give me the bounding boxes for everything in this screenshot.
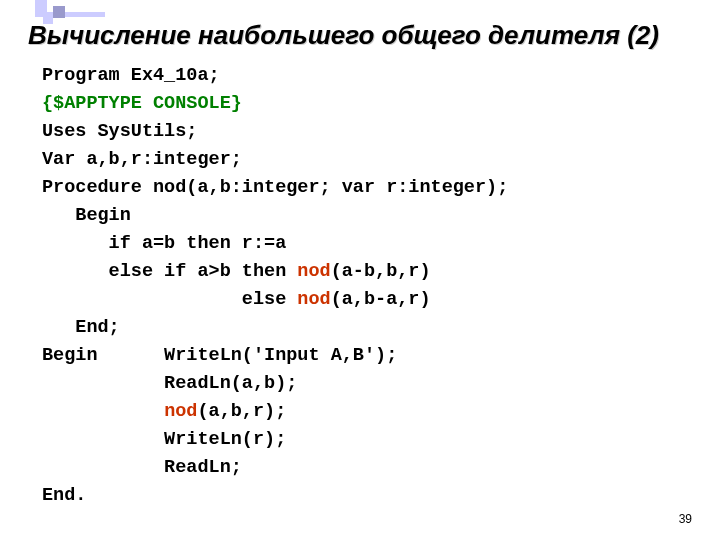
- page-number: 39: [679, 512, 692, 526]
- code-line: Begin WriteLn('Input A,B');: [42, 345, 397, 366]
- code-token: (a,b,r);: [197, 401, 286, 422]
- code-line: Program Ex4_10a;: [42, 65, 220, 86]
- code-block: Program Ex4_10a; {$APPTYPE CONSOLE} Uses…: [42, 62, 508, 510]
- code-line: Procedure nod(a,b:integer; var r:integer…: [42, 177, 508, 198]
- code-token-nod: nod: [297, 289, 330, 310]
- code-line: ReadLn(a,b);: [42, 373, 297, 394]
- code-line: ReadLn;: [42, 457, 242, 478]
- code-token-nod: nod: [164, 401, 197, 422]
- code-token-nod: nod: [297, 261, 330, 282]
- code-token: (a-b,b,r): [331, 261, 431, 282]
- code-token: (a,b-a,r): [331, 289, 431, 310]
- code-line: Begin: [42, 205, 131, 226]
- code-line: Var a,b,r:integer;: [42, 149, 242, 170]
- code-line: else if a>b then: [42, 261, 297, 282]
- code-line: End.: [42, 485, 86, 506]
- code-line: Uses SysUtils;: [42, 121, 197, 142]
- code-line: {$APPTYPE CONSOLE}: [42, 93, 242, 114]
- code-line: if a=b then r:=a: [42, 233, 286, 254]
- code-line: End;: [42, 317, 120, 338]
- code-line: WriteLn(r);: [42, 429, 286, 450]
- slide-title: Вычисление наибольшего общего делителя (…: [28, 20, 700, 51]
- slide-decoration: [35, 0, 105, 20]
- code-line: [42, 401, 164, 422]
- code-line: else: [42, 289, 297, 310]
